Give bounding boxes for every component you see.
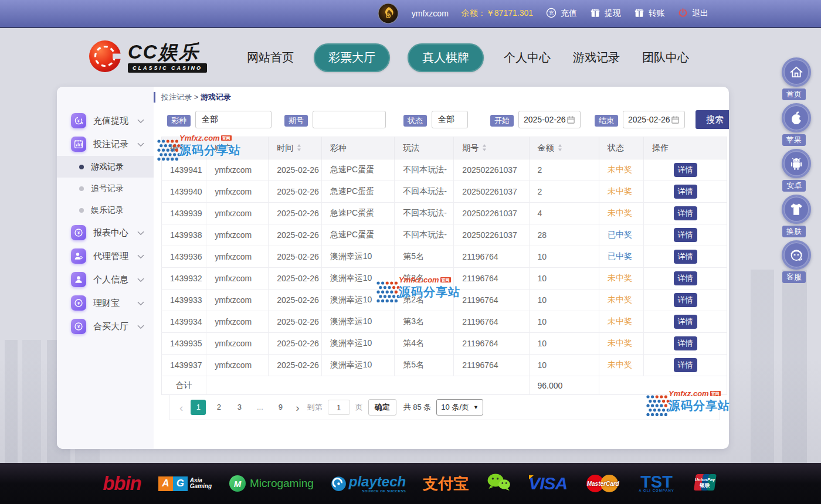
row-lottery-cell: 急速PC蛋蛋: [321, 159, 394, 181]
row-status-cell: 未中奖: [599, 311, 644, 333]
withdraw-button[interactable]: 提现: [590, 8, 621, 20]
column-header-金额[interactable]: 金额: [529, 137, 599, 159]
table-row: 1439940ymfxzcom2025-02-26急速PC蛋蛋不回本玩法-202…: [162, 181, 727, 203]
row-account-cell: ymfxzcom: [206, 268, 269, 290]
start-date-value: 2025-02-26: [524, 115, 566, 124]
sidebar-subitem-追号记录[interactable]: 追号记录: [57, 178, 154, 199]
row-play-cell: 不回本玩法-: [395, 159, 454, 181]
lottery-select[interactable]: 全部: [195, 111, 272, 128]
sidebar-item-投注记录[interactable]: 投注记录: [57, 132, 154, 156]
sort-icon[interactable]: [297, 144, 301, 153]
column-header-期号[interactable]: 期号: [454, 137, 529, 159]
site-logo[interactable]: CC娱乐 CLASSIC CASINO: [88, 39, 207, 76]
page-number-2[interactable]: 2: [211, 400, 226, 415]
row-id-cell: 1439932: [162, 268, 206, 290]
nav-item-团队中心[interactable]: 团队中心: [640, 43, 691, 72]
sidebar-item-label: 报表中心: [93, 227, 137, 239]
sidebar-item-个人信息[interactable]: 个人信息: [57, 268, 154, 291]
float-button-安卓[interactable]: 安卓: [782, 149, 811, 192]
row-play-cell: 不回本玩法-: [395, 203, 454, 224]
goto-page-input[interactable]: [328, 400, 350, 415]
sidebar-item-代理管理[interactable]: 代理管理: [57, 244, 154, 268]
row-account-cell: ymfxzcom: [206, 355, 269, 376]
status-select[interactable]: 全部: [432, 111, 468, 128]
start-date-input[interactable]: 2025-02-26: [518, 111, 581, 128]
nav-item-个人中心[interactable]: 个人中心: [501, 43, 553, 72]
detail-button[interactable]: 详情: [674, 315, 697, 329]
sidebar-item-label: 合买大厅: [93, 321, 137, 332]
column-header-时间[interactable]: 时间: [269, 137, 322, 159]
page-number-9[interactable]: 9: [273, 400, 288, 415]
sort-icon[interactable]: [482, 144, 487, 153]
row-lottery-cell: 澳洲幸运10: [321, 311, 394, 333]
row-time-cell: 2025-02-26: [269, 159, 322, 181]
nav-item-游戏记录[interactable]: 游戏记录: [571, 43, 622, 72]
brand-logo-支付宝: 支付宝: [423, 474, 469, 494]
breadcrumb: 投注记录 > 游戏记录: [154, 92, 729, 103]
end-date-input[interactable]: 2025-02-26: [623, 111, 685, 128]
search-button[interactable]: 搜索: [696, 110, 729, 129]
sidebar-item-合买大厅[interactable]: ¥合买大厅: [57, 315, 154, 338]
row-status-cell: 未中奖: [599, 159, 644, 181]
recharge-button[interactable]: 充 充值: [546, 8, 577, 20]
prev-page-button[interactable]: ‹: [177, 402, 185, 413]
float-button-苹果[interactable]: 苹果: [782, 103, 811, 146]
logout-button[interactable]: 退出: [678, 8, 708, 19]
row-amount-cell: 2: [529, 181, 599, 203]
sidebar-item-label: 理财宝: [93, 298, 137, 309]
next-page-button[interactable]: ›: [293, 402, 301, 413]
per-page-select[interactable]: 10 条/页 ▼: [436, 399, 483, 416]
sidebar-item-理财宝[interactable]: ¥理财宝: [57, 291, 154, 315]
nav-item-网站首页[interactable]: 网站首页: [245, 43, 296, 72]
transfer-button[interactable]: 转账: [634, 8, 665, 20]
sidebar-item-充值提现[interactable]: ¥充值提现: [57, 109, 154, 132]
float-button-首页[interactable]: 首页: [782, 57, 811, 100]
row-issue-cell: 21196764: [454, 290, 529, 311]
detail-button[interactable]: 详情: [674, 206, 697, 220]
row-play-cell: 第3名: [395, 311, 454, 333]
pagination-bar: ‹ 123...9 › 到第 页 确定 共 85 条 10 条/页 ▼: [169, 395, 720, 420]
svg-text:¥: ¥: [77, 119, 80, 124]
row-issue-cell: 21196764: [454, 246, 529, 268]
detail-button[interactable]: 详情: [674, 271, 697, 285]
detail-button[interactable]: 详情: [674, 185, 697, 199]
nav-item-彩票大厅[interactable]: 彩票大厅: [314, 43, 390, 72]
row-id-cell: 1439933: [162, 290, 206, 311]
android-icon: [782, 149, 811, 178]
row-amount-cell: 2: [529, 159, 599, 181]
page-number-1[interactable]: 1: [191, 400, 206, 415]
summary-spacer-cell: [599, 376, 727, 395]
detail-button[interactable]: 详情: [674, 163, 697, 177]
issue-input[interactable]: [313, 111, 386, 128]
sort-icon[interactable]: [558, 144, 562, 153]
detail-button[interactable]: 详情: [674, 293, 697, 307]
topbar-username: ymfxzcom: [412, 9, 449, 18]
page-number-3[interactable]: 3: [232, 400, 247, 415]
goto-confirm-button[interactable]: 确定: [368, 399, 396, 416]
brand-logo-TST: TSTA GLI COMPANY: [639, 474, 674, 492]
row-lottery-cell: 澳洲幸运10: [321, 290, 394, 311]
detail-button[interactable]: 详情: [674, 336, 697, 350]
sidebar-subitem-娱乐记录[interactable]: 娱乐记录: [57, 199, 154, 221]
column-header-编号: 编号: [162, 137, 206, 159]
detail-button[interactable]: 详情: [674, 250, 697, 264]
summary-spacer-cell: [206, 376, 529, 395]
detail-button[interactable]: 详情: [674, 228, 697, 242]
nav-item-真人棋牌[interactable]: 真人棋牌: [408, 43, 484, 72]
sidebar-subitem-游戏记录[interactable]: 游戏记录: [57, 156, 154, 178]
detail-button[interactable]: 详情: [674, 358, 697, 372]
breadcrumb-separator: >: [194, 93, 199, 101]
balance-value: ￥87171.301: [486, 8, 533, 18]
sidebar-item-报表中心[interactable]: ¥报表中心: [57, 221, 154, 244]
chevron-down-icon: [137, 115, 144, 126]
withdraw-label: 提现: [605, 8, 621, 19]
float-button-换肤[interactable]: 换肤: [782, 195, 811, 237]
float-button-客服[interactable]: 客服: [782, 240, 811, 283]
row-id-cell: 1439941: [162, 159, 206, 181]
row-amount-cell: 10: [529, 333, 599, 355]
user-avatar[interactable]: [378, 3, 399, 24]
row-lottery-cell: 澳洲幸运10: [321, 246, 394, 268]
brand-logo-playtech: playtechSOURCE OF SUCCESS: [331, 475, 406, 493]
row-time-cell: 2025-02-26: [269, 224, 322, 246]
status-label: 状态: [403, 115, 427, 127]
